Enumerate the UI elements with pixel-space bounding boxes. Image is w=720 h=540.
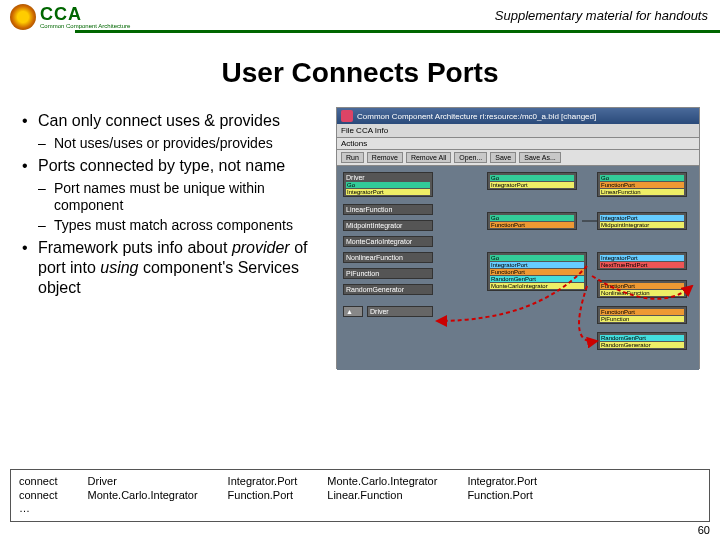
comp-lf[interactable]: LinearFunction — [343, 204, 433, 215]
canvas: DriverGoIntegratorPort LinearFunction Mi… — [337, 166, 699, 370]
remove-all-button[interactable]: Remove All — [406, 152, 451, 163]
page-title: User Connects Ports — [0, 57, 720, 89]
comp-rg[interactable]: RandomGenerator — [343, 284, 433, 295]
comp-driver[interactable]: DriverGoIntegratorPort — [343, 172, 433, 197]
bullet-2b: Types must match across components — [38, 217, 336, 234]
cca-subtitle: Common Component Architecture — [40, 23, 130, 29]
code-c1c: … — [19, 502, 58, 516]
header-rule — [75, 30, 720, 33]
comp-rg2[interactable]: RandomGenPortRandomGenerator — [597, 332, 687, 350]
code-c5a: Integrator.Port — [467, 475, 537, 489]
code-block: connect connect … Driver Monte.Carlo.Int… — [10, 469, 710, 522]
bullet-2: Ports connected by type, not name — [22, 156, 336, 176]
save-button[interactable]: Save — [490, 152, 516, 163]
screenshot-panel: Common Component Architecture rl:resourc… — [336, 107, 700, 369]
comp-pf[interactable]: PiFunction — [343, 268, 433, 279]
comp-right-green[interactable]: GoFunctionPortLinearFunction — [597, 172, 687, 197]
supplementary-label: Supplementary material for handouts — [495, 8, 708, 23]
code-c1b: connect — [19, 489, 58, 503]
comp-pf2[interactable]: FunctionPortPiFunction — [597, 306, 687, 324]
code-c3a: Integrator.Port — [228, 475, 298, 489]
window-menu: File CCA Info — [337, 124, 699, 138]
comp-mid-go[interactable]: GoFunctionPort — [487, 212, 577, 230]
saveas-button[interactable]: Save As... — [519, 152, 561, 163]
comp-right-go[interactable]: GoIntegratorPort — [487, 172, 577, 190]
open-button[interactable]: Open... — [454, 152, 487, 163]
code-c2b: Monte.Carlo.Integrator — [88, 489, 198, 503]
remove-button[interactable]: Remove — [367, 152, 403, 163]
bullet-1: Can only connect uses & provides — [22, 111, 336, 131]
code-c5b: Function.Port — [467, 489, 537, 503]
code-c2a: Driver — [88, 475, 198, 489]
code-c4a: Monte.Carlo.Integrator — [327, 475, 437, 489]
comp-up-icon[interactable]: ▲ — [343, 306, 363, 317]
comp-mci-full[interactable]: GoIntegratorPortFunctionPortRandomGenPor… — [487, 252, 587, 291]
cca-title: CCA — [40, 5, 130, 23]
comp-right-ip[interactable]: IntegratorPortNextTrueRndPort — [597, 252, 687, 270]
bullet-1a: Not uses/uses or provides/provides — [38, 135, 336, 152]
comp-nlf2[interactable]: FunctionPortNonlinearFunction — [597, 280, 687, 298]
window-title: Common Component Architecture rl:resourc… — [337, 108, 699, 124]
comp-mid-right[interactable]: IntegratorPortMidpointIntegrator — [597, 212, 687, 230]
bullet-2a: Port names must be unique within compone… — [38, 180, 336, 214]
bullet-list: Can only connect uses & provides Not use… — [14, 107, 336, 369]
comp-mi[interactable]: MidpointIntegrator — [343, 220, 433, 231]
page-number: 60 — [698, 524, 710, 536]
cca-logo-icon — [10, 4, 36, 30]
comp-mci[interactable]: MonteCarloIntegrator — [343, 236, 433, 247]
code-c3b: Function.Port — [228, 489, 298, 503]
code-c1a: connect — [19, 475, 58, 489]
bullet-3: Framework puts info about provider of po… — [22, 238, 336, 298]
run-button[interactable]: Run — [341, 152, 364, 163]
comp-driver2[interactable]: Driver — [367, 306, 433, 317]
code-c4b: Linear.Function — [327, 489, 437, 503]
toolbar: Run Remove Remove All Open... Save Save … — [337, 150, 699, 166]
window-subheader: Actions — [337, 138, 699, 150]
comp-nlf[interactable]: NonlinearFunction — [343, 252, 433, 263]
